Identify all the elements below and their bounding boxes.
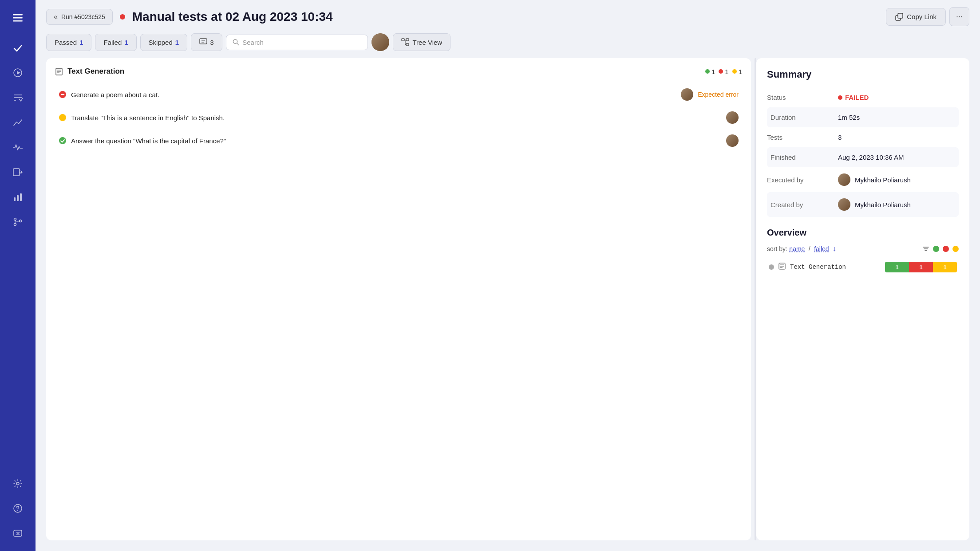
suite-count-red: 1 (725, 68, 728, 75)
search-icon (233, 39, 239, 46)
filter-dot-yellow[interactable] (952, 246, 959, 252)
chat-button[interactable]: 3 (191, 33, 222, 51)
left-panel: Text Generation 1 1 1 (46, 58, 751, 540)
duration-label: Duration (767, 107, 838, 127)
sidebar: ⌘ (0, 0, 36, 551)
expected-error-tag: Expected error (698, 91, 739, 98)
run-status-dot (120, 14, 125, 20)
test-item-1[interactable]: Generate a poem about a cat. Expected er… (55, 83, 742, 106)
svg-rect-28 (406, 39, 409, 41)
svg-point-16 (16, 482, 19, 485)
search-input[interactable] (242, 39, 361, 46)
passed-filter-button[interactable]: Passed 1 (46, 34, 91, 51)
sidebar-help-icon[interactable] (7, 498, 28, 519)
summary-row-duration: Duration 1m 52s (767, 107, 959, 127)
svg-point-13 (14, 224, 16, 226)
test-avatar-3 (726, 134, 739, 147)
tree-view-button[interactable]: Tree View (393, 33, 451, 51)
sidebar-settings-icon[interactable] (7, 473, 28, 494)
run-id: Run #5023c525 (61, 13, 105, 20)
svg-rect-10 (17, 195, 19, 201)
toolbar: Passed 1 Failed 1 Skipped 1 3 (36, 33, 980, 58)
sidebar-menu-icon[interactable] (7, 7, 28, 28)
summary-row-finished: Finished Aug 2, 2023 10:36 AM (767, 147, 959, 167)
more-label: ··· (956, 12, 963, 21)
filter-dots (922, 245, 959, 252)
header-actions: Copy Link ··· (886, 7, 969, 26)
sidebar-branch-icon[interactable] (7, 211, 28, 232)
svg-point-12 (14, 218, 16, 220)
overview-item-1[interactable]: Text Generation 1 1 1 (767, 258, 959, 276)
filter-icon[interactable] (922, 245, 929, 252)
filter-dot-red[interactable] (943, 246, 949, 252)
duration-value: 1m 52s (838, 107, 959, 127)
executed-by-user-cell: Mykhailo Poliarush (838, 173, 959, 186)
sidebar-import-icon[interactable] (7, 161, 28, 183)
test-avatar-2 (726, 111, 739, 124)
sort-label: sort by: (767, 245, 787, 252)
run-badge[interactable]: « Run #5023c525 (46, 9, 113, 25)
overview-item-icon (778, 263, 786, 272)
svg-rect-27 (402, 39, 404, 41)
sort-separator: / (809, 245, 810, 252)
created-by-avatar (838, 198, 850, 211)
executed-by-name: Mykhailo Poliarush (855, 176, 911, 184)
header: « Run #5023c525 Manual tests at 02 Aug 2… (36, 0, 980, 33)
copy-icon (895, 13, 903, 21)
sort-failed-link[interactable]: failed (814, 245, 829, 252)
sidebar-shortcut-icon[interactable]: ⌘ (7, 523, 28, 544)
red-dot (719, 69, 723, 74)
test-item-3[interactable]: Answer the question "What is the capital… (55, 129, 742, 152)
svg-rect-11 (20, 193, 22, 201)
tree-view-label: Tree View (413, 39, 443, 46)
summary-row-tests: Tests 3 (767, 127, 959, 147)
avatar[interactable] (371, 33, 389, 51)
tests-value: 3 (838, 127, 959, 147)
svg-point-18 (17, 510, 18, 511)
content-area: Text Generation 1 1 1 (36, 58, 980, 551)
more-button[interactable]: ··· (949, 7, 969, 26)
sidebar-trend-icon[interactable] (7, 112, 28, 133)
overview-item-dot (769, 264, 774, 270)
sidebar-checklist-icon[interactable] (7, 87, 28, 108)
svg-rect-0 (13, 14, 23, 16)
sidebar-check-icon[interactable] (7, 37, 28, 59)
sidebar-pulse-icon[interactable] (7, 137, 28, 158)
tree-view-icon (401, 38, 409, 46)
status-value: FAILED (838, 87, 959, 107)
summary-row-created-by: Created by Mykhailo Poliarush (767, 192, 959, 217)
failed-filter-button[interactable]: Failed 1 (95, 34, 136, 51)
filter-dot-green[interactable] (933, 246, 939, 252)
sidebar-play-icon[interactable] (7, 62, 28, 83)
chat-icon (199, 38, 207, 46)
suite-title: Text Generation (67, 67, 701, 76)
overview-item-name: Text Generation (790, 264, 881, 271)
copy-link-button[interactable]: Copy Link (886, 8, 946, 26)
overview-progress-bar: 1 1 1 (885, 262, 957, 272)
suite-count-green: 1 (711, 68, 715, 75)
summary-row-executed-by: Executed by Mykhailo Poliarush (767, 167, 959, 192)
sidebar-chart-icon[interactable] (7, 186, 28, 208)
chat-count: 3 (210, 39, 213, 46)
progress-seg-red: 1 (909, 262, 933, 272)
finished-label: Finished (767, 147, 838, 167)
passed-label: Passed (55, 39, 77, 46)
svg-rect-21 (898, 13, 903, 18)
summary-title: Summary (767, 69, 959, 80)
created-by-label: Created by (767, 192, 838, 217)
progress-seg-green: 1 (885, 262, 909, 272)
executed-by-avatar (838, 173, 850, 186)
search-box[interactable] (226, 35, 368, 50)
finished-value: Aug 2, 2023 10:36 AM (838, 147, 959, 167)
test-avatar-1 (681, 88, 693, 101)
skipped-filter-button[interactable]: Skipped 1 (140, 34, 188, 51)
executed-by-label: Executed by (767, 167, 838, 192)
svg-rect-22 (200, 39, 207, 44)
tests-label: Tests (767, 127, 838, 147)
right-panel: Summary Status FAILED Duration 1m 52s (756, 58, 969, 540)
green-dot (705, 69, 710, 74)
status-red-dot (838, 95, 842, 100)
sort-name-link[interactable]: name (789, 245, 805, 252)
test-status-failed-icon (59, 91, 67, 98)
test-item-2[interactable]: Translate "This is a sentence in English… (55, 106, 742, 129)
